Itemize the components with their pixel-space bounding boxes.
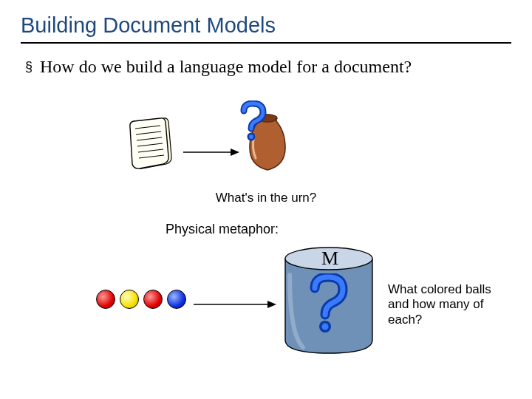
bullet-marker: § (25, 57, 33, 77)
ball-red (143, 290, 163, 309)
svg-point-10 (249, 134, 253, 139)
arrow-icon (183, 146, 239, 160)
slide: Building Document Models § How do we bui… (0, 0, 532, 77)
svg-point-13 (322, 324, 329, 330)
balls-group (96, 290, 186, 309)
arrow-icon (194, 299, 276, 312)
urn-caption: What's in the urn? (0, 191, 532, 205)
question-icon (235, 100, 269, 145)
document-icon (129, 115, 175, 176)
ball-blue (167, 290, 186, 309)
diagram-row-1 (0, 111, 532, 177)
question-icon (303, 273, 352, 337)
ball-yellow (120, 290, 139, 309)
cylinder-label: M (321, 248, 338, 270)
ball-red (96, 290, 115, 309)
bullet-item: § How do we build a language model for a… (25, 57, 511, 77)
svg-marker-15 (267, 301, 276, 308)
bullet-text: How do we build a language model for a d… (40, 57, 412, 77)
side-question: What colored balls and how many of each? (388, 282, 491, 327)
metaphor-caption: Physical metaphor: (166, 222, 279, 237)
svg-marker-7 (231, 149, 239, 156)
diagram-row-2: M What colored balls and how many of eac… (0, 245, 532, 364)
slide-title: Building Document Models (21, 13, 511, 44)
